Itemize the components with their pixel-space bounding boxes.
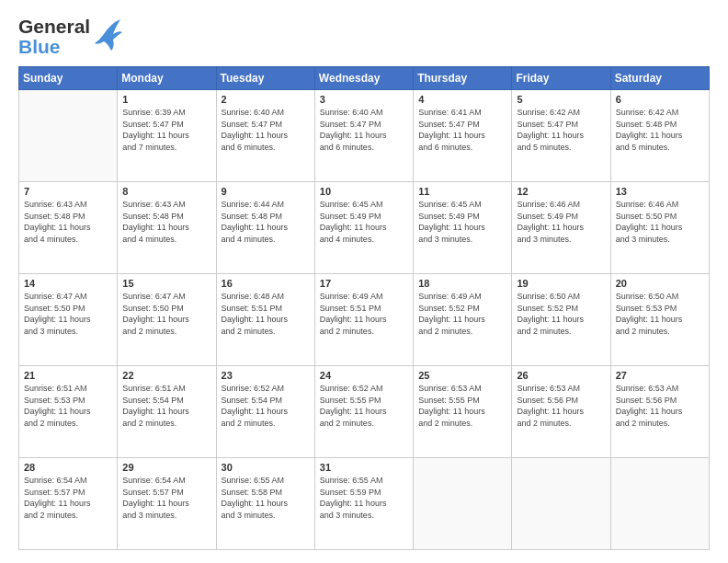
header: General Blue xyxy=(18,17,710,57)
page: General Blue SundayMondayTuesdayWednesda… xyxy=(0,0,728,563)
day-number: 13 xyxy=(616,186,704,197)
day-number: 29 xyxy=(122,462,210,473)
calendar-cell: 9Sunrise: 6:44 AMSunset: 5:48 PMDaylight… xyxy=(216,182,314,274)
day-number: 24 xyxy=(320,370,408,381)
calendar-cell: 16Sunrise: 6:48 AMSunset: 5:51 PMDayligh… xyxy=(216,274,314,366)
day-info: Sunrise: 6:41 AMSunset: 5:47 PMDaylight:… xyxy=(418,107,506,153)
day-number: 2 xyxy=(222,94,310,105)
day-number: 10 xyxy=(320,186,408,197)
calendar-week-row: 7Sunrise: 6:43 AMSunset: 5:48 PMDaylight… xyxy=(19,182,710,274)
day-number: 5 xyxy=(517,94,605,105)
calendar-cell xyxy=(414,457,512,549)
day-number: 8 xyxy=(122,186,210,197)
day-info: Sunrise: 6:42 AMSunset: 5:47 PMDaylight:… xyxy=(517,107,605,153)
calendar-cell: 30Sunrise: 6:55 AMSunset: 5:58 PMDayligh… xyxy=(216,457,314,549)
calendar-cell: 24Sunrise: 6:52 AMSunset: 5:55 PMDayligh… xyxy=(314,366,413,458)
weekday-header: Wednesday xyxy=(314,67,413,90)
day-info: Sunrise: 6:54 AMSunset: 5:57 PMDaylight:… xyxy=(24,475,112,521)
calendar-cell: 17Sunrise: 6:49 AMSunset: 5:51 PMDayligh… xyxy=(314,274,413,366)
calendar-cell: 5Sunrise: 6:42 AMSunset: 5:47 PMDaylight… xyxy=(512,90,610,182)
day-number: 23 xyxy=(222,370,310,381)
weekday-header: Monday xyxy=(118,67,216,90)
calendar-cell: 19Sunrise: 6:50 AMSunset: 5:52 PMDayligh… xyxy=(512,274,610,366)
day-info: Sunrise: 6:46 AMSunset: 5:49 PMDaylight:… xyxy=(517,199,605,245)
calendar-cell: 31Sunrise: 6:55 AMSunset: 5:59 PMDayligh… xyxy=(314,457,413,549)
calendar-cell: 15Sunrise: 6:47 AMSunset: 5:50 PMDayligh… xyxy=(118,274,216,366)
logo-bird-icon xyxy=(95,16,122,54)
calendar-cell: 14Sunrise: 6:47 AMSunset: 5:50 PMDayligh… xyxy=(19,274,118,366)
day-number: 7 xyxy=(24,186,112,197)
logo-blue: Blue xyxy=(18,37,90,57)
day-number: 9 xyxy=(222,186,310,197)
day-info: Sunrise: 6:52 AMSunset: 5:55 PMDaylight:… xyxy=(320,383,408,429)
day-info: Sunrise: 6:47 AMSunset: 5:50 PMDaylight:… xyxy=(24,291,112,337)
calendar-week-row: 14Sunrise: 6:47 AMSunset: 5:50 PMDayligh… xyxy=(19,274,710,366)
day-info: Sunrise: 6:43 AMSunset: 5:48 PMDaylight:… xyxy=(122,199,210,245)
calendar-cell: 11Sunrise: 6:45 AMSunset: 5:49 PMDayligh… xyxy=(414,182,512,274)
calendar-cell xyxy=(610,457,709,549)
calendar-cell xyxy=(19,90,118,182)
day-number: 22 xyxy=(122,370,210,381)
day-info: Sunrise: 6:50 AMSunset: 5:53 PMDaylight:… xyxy=(616,291,704,337)
calendar-cell: 7Sunrise: 6:43 AMSunset: 5:48 PMDaylight… xyxy=(19,182,118,274)
day-number: 15 xyxy=(122,278,210,289)
calendar-week-row: 1Sunrise: 6:39 AMSunset: 5:47 PMDaylight… xyxy=(19,90,710,182)
day-number: 11 xyxy=(418,186,506,197)
day-info: Sunrise: 6:52 AMSunset: 5:54 PMDaylight:… xyxy=(222,383,310,429)
calendar-week-row: 28Sunrise: 6:54 AMSunset: 5:57 PMDayligh… xyxy=(19,457,710,549)
calendar-cell: 4Sunrise: 6:41 AMSunset: 5:47 PMDaylight… xyxy=(414,90,512,182)
day-number: 25 xyxy=(418,370,506,381)
calendar-cell: 6Sunrise: 6:42 AMSunset: 5:48 PMDaylight… xyxy=(610,90,709,182)
calendar-week-row: 21Sunrise: 6:51 AMSunset: 5:53 PMDayligh… xyxy=(19,366,710,458)
day-info: Sunrise: 6:42 AMSunset: 5:48 PMDaylight:… xyxy=(616,107,704,153)
calendar-cell: 18Sunrise: 6:49 AMSunset: 5:52 PMDayligh… xyxy=(414,274,512,366)
day-info: Sunrise: 6:53 AMSunset: 5:55 PMDaylight:… xyxy=(418,383,506,429)
calendar-cell: 27Sunrise: 6:53 AMSunset: 5:56 PMDayligh… xyxy=(610,366,709,458)
day-number: 12 xyxy=(517,186,605,197)
calendar-table: SundayMondayTuesdayWednesdayThursdayFrid… xyxy=(18,66,710,550)
day-info: Sunrise: 6:53 AMSunset: 5:56 PMDaylight:… xyxy=(616,383,704,429)
day-number: 17 xyxy=(320,278,408,289)
calendar-cell: 10Sunrise: 6:45 AMSunset: 5:49 PMDayligh… xyxy=(314,182,413,274)
calendar-cell: 22Sunrise: 6:51 AMSunset: 5:54 PMDayligh… xyxy=(118,366,216,458)
day-number: 18 xyxy=(418,278,506,289)
calendar-cell: 28Sunrise: 6:54 AMSunset: 5:57 PMDayligh… xyxy=(19,457,118,549)
day-info: Sunrise: 6:54 AMSunset: 5:57 PMDaylight:… xyxy=(122,475,210,521)
calendar-cell: 13Sunrise: 6:46 AMSunset: 5:50 PMDayligh… xyxy=(610,182,709,274)
day-number: 21 xyxy=(24,370,112,381)
day-info: Sunrise: 6:44 AMSunset: 5:48 PMDaylight:… xyxy=(222,199,310,245)
calendar-cell: 26Sunrise: 6:53 AMSunset: 5:56 PMDayligh… xyxy=(512,366,610,458)
day-info: Sunrise: 6:45 AMSunset: 5:49 PMDaylight:… xyxy=(320,199,408,245)
calendar-cell: 3Sunrise: 6:40 AMSunset: 5:47 PMDaylight… xyxy=(314,90,413,182)
calendar-cell: 25Sunrise: 6:53 AMSunset: 5:55 PMDayligh… xyxy=(414,366,512,458)
day-info: Sunrise: 6:55 AMSunset: 5:59 PMDaylight:… xyxy=(320,475,408,521)
calendar-cell: 2Sunrise: 6:40 AMSunset: 5:47 PMDaylight… xyxy=(216,90,314,182)
weekday-header: Friday xyxy=(512,67,610,90)
weekday-header: Saturday xyxy=(610,67,709,90)
day-info: Sunrise: 6:51 AMSunset: 5:54 PMDaylight:… xyxy=(122,383,210,429)
day-info: Sunrise: 6:51 AMSunset: 5:53 PMDaylight:… xyxy=(24,383,112,429)
calendar-cell: 21Sunrise: 6:51 AMSunset: 5:53 PMDayligh… xyxy=(19,366,118,458)
calendar-cell: 20Sunrise: 6:50 AMSunset: 5:53 PMDayligh… xyxy=(610,274,709,366)
day-info: Sunrise: 6:50 AMSunset: 5:52 PMDaylight:… xyxy=(517,291,605,337)
day-info: Sunrise: 6:55 AMSunset: 5:58 PMDaylight:… xyxy=(222,475,310,521)
day-info: Sunrise: 6:47 AMSunset: 5:50 PMDaylight:… xyxy=(122,291,210,337)
day-number: 20 xyxy=(616,278,704,289)
day-info: Sunrise: 6:49 AMSunset: 5:52 PMDaylight:… xyxy=(418,291,506,337)
calendar-cell: 8Sunrise: 6:43 AMSunset: 5:48 PMDaylight… xyxy=(118,182,216,274)
day-number: 6 xyxy=(616,94,704,105)
calendar-cell xyxy=(512,457,610,549)
calendar-cell: 23Sunrise: 6:52 AMSunset: 5:54 PMDayligh… xyxy=(216,366,314,458)
day-number: 28 xyxy=(24,462,112,473)
day-number: 26 xyxy=(517,370,605,381)
day-info: Sunrise: 6:40 AMSunset: 5:47 PMDaylight:… xyxy=(320,107,408,153)
day-number: 14 xyxy=(24,278,112,289)
day-info: Sunrise: 6:39 AMSunset: 5:47 PMDaylight:… xyxy=(122,107,210,153)
day-info: Sunrise: 6:49 AMSunset: 5:51 PMDaylight:… xyxy=(320,291,408,337)
calendar-cell: 12Sunrise: 6:46 AMSunset: 5:49 PMDayligh… xyxy=(512,182,610,274)
logo: General Blue xyxy=(18,17,122,57)
day-info: Sunrise: 6:46 AMSunset: 5:50 PMDaylight:… xyxy=(616,199,704,245)
day-number: 3 xyxy=(320,94,408,105)
day-number: 30 xyxy=(222,462,310,473)
day-info: Sunrise: 6:40 AMSunset: 5:47 PMDaylight:… xyxy=(222,107,310,153)
